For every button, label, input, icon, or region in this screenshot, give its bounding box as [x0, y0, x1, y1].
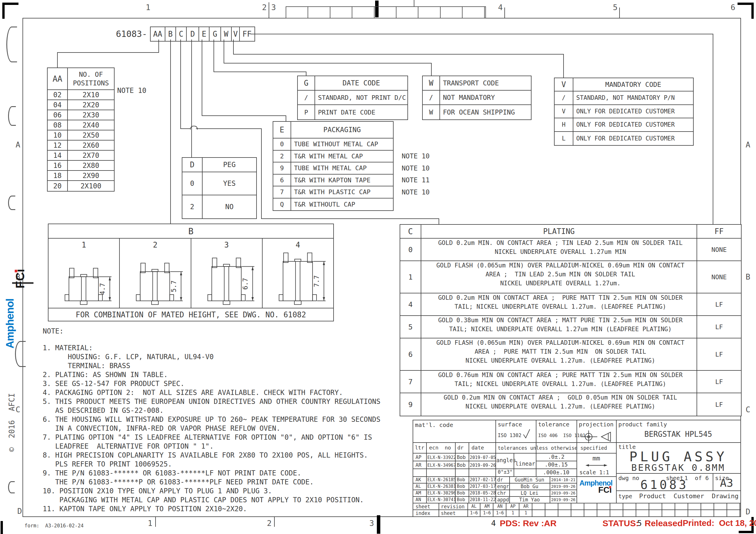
cell: LF [697, 293, 741, 316]
pn-field-d: D [186, 27, 199, 41]
cell: LF [697, 371, 741, 393]
cell: T&R WITH METAL CAP [291, 150, 393, 163]
cell: ONLY FOR DEDICATED CUSTOMER [573, 105, 693, 119]
center-bar [377, 515, 380, 534]
copyright-vertical: © 2016 AFCI [8, 368, 19, 452]
cell: FF [697, 225, 741, 239]
note-line: 1. MATERIAL: [43, 344, 93, 352]
cell: 6 [400, 338, 421, 371]
cell: 20 [48, 181, 68, 191]
zone-top-2: 2 [262, 3, 267, 12]
zone-bottom-2: 2 [267, 519, 272, 528]
cell: NO [202, 195, 256, 218]
index-sheet: 1~6 [494, 510, 506, 516]
cell: GOLD 0.2um MIN. ON CONTACT AREA ; TIN LE… [421, 239, 697, 261]
leader-line [713, 34, 713, 225]
product-family-value: BERGSTAK HPL545 [616, 430, 741, 439]
cell: PACKAGING [291, 122, 393, 139]
cell: 4 [400, 293, 421, 316]
units-arrow-icon [585, 463, 608, 467]
fci-wordmark: FCi [598, 485, 612, 495]
cell: GOLD 0.2um MIN ON CONTACT AREA ; PURE MA… [421, 293, 697, 316]
note-line: THE P/N 61083-******P OR 61083-******PLF… [43, 478, 314, 486]
rev-ecn: ELX-N-34967 [427, 463, 456, 468]
cell: 2X80 [68, 161, 114, 171]
zone-top-5: 5 [613, 3, 617, 12]
pds-rev-text: PDS: Rev :AR [500, 519, 556, 528]
index-rev: AP [506, 504, 519, 509]
note-line: HOUSING: G.F. LCP, NATURAL, UL94-V0 [43, 353, 213, 361]
rev-ltr: AN [416, 497, 421, 502]
note-line: PACKAGING WITH METAL CAP AND PLASTIC CAP… [43, 496, 364, 504]
zone-top-4: 4 [498, 3, 503, 12]
cell: 1 [48, 239, 119, 251]
line [413, 461, 496, 461]
tolerance-label: tolerance [538, 421, 569, 428]
svg-text:4.7: 4.7 [99, 283, 106, 295]
line [413, 496, 577, 497]
b-caption: FOR COMBINATION OF MATED HEIGHT, SEE DWG… [48, 308, 333, 321]
leader-line [213, 71, 307, 72]
rev-ecn: ELX-N-30296 [427, 491, 456, 495]
cell: 2X50 [68, 130, 114, 141]
zone-left-d: D [17, 507, 22, 516]
note-line: 9. THE P/N 61083-****** OR 61083-******L… [43, 469, 301, 477]
ecn-header: ecn no [429, 444, 451, 451]
signoff-date: 2019-09-26 [551, 497, 575, 502]
index-sheet: 1 [519, 510, 532, 516]
zone-top-3: 3 [271, 3, 276, 12]
cell: 0 [400, 239, 421, 261]
rev-ltr: AP [416, 454, 421, 460]
form-number: form: A3-2016-02-24 [24, 523, 84, 528]
cell: 2 [182, 195, 202, 218]
pn-field-w: W [221, 27, 232, 41]
plug-drawing-3: 6.7 [191, 251, 262, 308]
fold-arc [8, 196, 15, 210]
note-line: TERMINAL: BRASS [43, 362, 130, 370]
cell: 4 [262, 239, 333, 251]
dr-header: dr [457, 444, 464, 451]
cell: 2X20 [68, 100, 114, 110]
line [616, 473, 741, 474]
leader-line [158, 40, 159, 53]
rev-ecn: ELX-N-33922 [427, 455, 456, 460]
e-note: NOTE 10 [402, 152, 430, 160]
cell: FOR OCEAN SHIPPING [440, 105, 531, 120]
b-number-row: 1 2 3 4 [48, 239, 333, 251]
cell: 14 [48, 150, 68, 161]
tick [274, 517, 275, 527]
svg-text:5.7: 5.7 [170, 280, 177, 292]
scale-value: scale 1:1 [580, 469, 609, 475]
leader-line [431, 63, 432, 76]
note-line: 5. THIS PRODUCT MEETS THE EUROPEAN UNION… [43, 398, 380, 406]
cell: D [182, 158, 202, 172]
signoff-name: LQ Lei [509, 490, 550, 496]
tick [155, 517, 156, 527]
cell: PEG [202, 158, 256, 172]
ltr-header: ltr [415, 444, 424, 451]
status-value: Released [645, 519, 683, 528]
rev-dr: Bob [457, 490, 465, 495]
tolerance-note: tolerances unless otherwise specified [498, 445, 607, 451]
cell: L [554, 132, 573, 146]
cell: / [423, 91, 440, 105]
corner-mark [751, 3, 754, 19]
leader-line [563, 54, 564, 78]
cell: AA [48, 68, 68, 90]
cell: LF [697, 338, 741, 371]
tick [269, 2, 269, 18]
zone-bottom-1: 1 [148, 519, 152, 528]
line [469, 442, 469, 503]
cell: 04 [48, 100, 68, 110]
rev-date: 2018-11-22 [470, 497, 496, 502]
cell: GOLD 0.2um MIN ON CONTACT AREA ; GOLD 0.… [421, 393, 697, 416]
line [413, 483, 577, 484]
rev-date: 2018-05-28 [470, 491, 496, 495]
cell: T&R WITH KAPTON TAPE [291, 174, 393, 187]
index-rev: AM [480, 504, 494, 509]
index-sheet: 1~6 [480, 510, 494, 516]
cell: G [298, 76, 315, 91]
zone-top-6: 6 [731, 3, 735, 12]
rev-ecn: ELX-N-30741 [427, 497, 456, 502]
angle-tol: 0°±3° [498, 469, 512, 475]
